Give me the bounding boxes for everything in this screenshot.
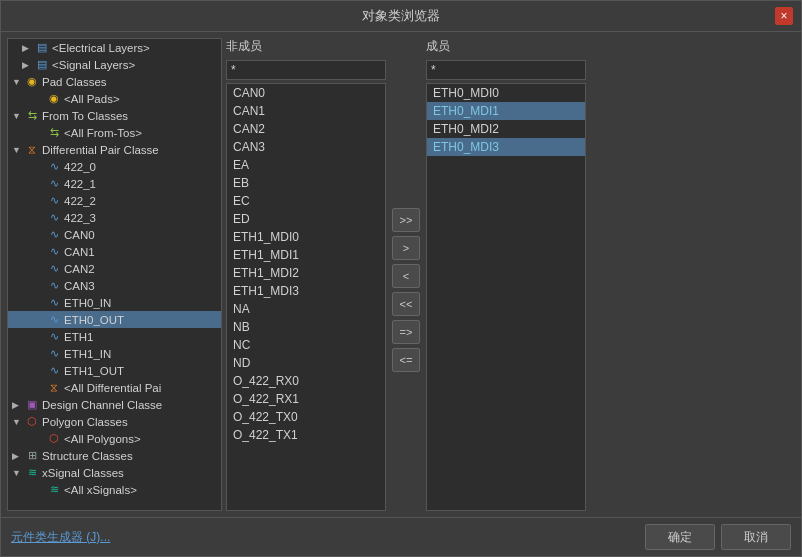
net-icon: ∿ xyxy=(47,364,61,377)
tree-item-label: Polygon Classes xyxy=(42,416,128,428)
non-member-filter[interactable] xyxy=(226,60,386,80)
footer-left: 元件类生成器 (J)... xyxy=(11,529,110,546)
tree-item[interactable]: ∿ETH1_IN xyxy=(8,345,221,362)
tree-arrow-icon: ▶ xyxy=(12,451,22,461)
non-member-list-item[interactable]: CAN3 xyxy=(227,138,385,156)
non-member-list-item[interactable]: O_422_RX1 xyxy=(227,390,385,408)
tree-item[interactable]: ∿CAN2 xyxy=(8,260,221,277)
layers-icon: ▤ xyxy=(35,41,49,54)
non-member-list-item[interactable]: ED xyxy=(227,210,385,228)
tree-item[interactable]: ∿CAN1 xyxy=(8,243,221,260)
title-bar: 对象类浏览器 × xyxy=(1,1,801,32)
non-member-list-item[interactable]: ND xyxy=(227,354,385,372)
tree-item[interactable]: ▼≋xSignal Classes xyxy=(8,464,221,481)
non-member-list-item[interactable]: ETH1_MDI3 xyxy=(227,282,385,300)
fromto-icon: ⇆ xyxy=(47,126,61,139)
non-member-list-item[interactable]: EA xyxy=(227,156,385,174)
xsignal-icon: ≋ xyxy=(25,466,39,479)
net-icon: ∿ xyxy=(47,177,61,190)
non-member-list-item[interactable]: O_422_TX0 xyxy=(227,408,385,426)
component-generator-link[interactable]: 元件类生成器 (J)... xyxy=(11,529,110,546)
tree-item[interactable]: ∿ETH1_OUT xyxy=(8,362,221,379)
member-list-item[interactable]: ETH0_MDI2 xyxy=(427,120,585,138)
tree-item[interactable]: ∿CAN0 xyxy=(8,226,221,243)
tree-item-label: CAN1 xyxy=(64,246,95,258)
net-icon: ∿ xyxy=(47,296,61,309)
tree-item[interactable]: ▶▣Design Channel Classe xyxy=(8,396,221,413)
tree-arrow-icon: ▼ xyxy=(12,145,22,155)
tree-item[interactable]: ≋<All xSignals> xyxy=(8,481,221,498)
design-icon: ▣ xyxy=(25,398,39,411)
non-member-list-item[interactable]: CAN2 xyxy=(227,120,385,138)
dialog-body: ▶▤<Electrical Layers>▶▤<Signal Layers>▼◉… xyxy=(1,32,801,517)
tree-item[interactable]: ⬡<All Polygons> xyxy=(8,430,221,447)
net-icon: ∿ xyxy=(47,330,61,343)
non-member-list-item[interactable]: O_422_RX0 xyxy=(227,372,385,390)
non-member-list-item[interactable]: ETH1_MDI2 xyxy=(227,264,385,282)
tree-item[interactable]: ∿ETH0_OUT xyxy=(8,311,221,328)
transfer-btn-[interactable]: < xyxy=(392,264,420,288)
tree-item[interactable]: ∿CAN3 xyxy=(8,277,221,294)
diffpair-icon: ⧖ xyxy=(25,143,39,156)
tree-item[interactable]: ▼◉Pad Classes xyxy=(8,73,221,90)
tree-item-label: 422_3 xyxy=(64,212,96,224)
member-list-item[interactable]: ETH0_MDI3 xyxy=(427,138,585,156)
transfer-btn-[interactable]: >> xyxy=(392,208,420,232)
member-list: ETH0_MDI0ETH0_MDI1ETH0_MDI2ETH0_MDI3 xyxy=(426,83,586,511)
tree-item[interactable]: ▼⧖Differential Pair Classe xyxy=(8,141,221,158)
tree-item[interactable]: ∿ETH1 xyxy=(8,328,221,345)
tree-item[interactable]: ∿ETH0_IN xyxy=(8,294,221,311)
non-member-list-item[interactable]: EB xyxy=(227,174,385,192)
tree-item[interactable]: ∿422_0 xyxy=(8,158,221,175)
net-icon: ∿ xyxy=(47,160,61,173)
tree-item[interactable]: ▶▤<Signal Layers> xyxy=(8,56,221,73)
tree-item[interactable]: ∿422_3 xyxy=(8,209,221,226)
tree-item[interactable]: ∿422_1 xyxy=(8,175,221,192)
tree-item-label: Design Channel Classe xyxy=(42,399,162,411)
tree-item-label: <All Polygons> xyxy=(64,433,141,445)
tree-item-label: ETH1 xyxy=(64,331,93,343)
member-filter[interactable] xyxy=(426,60,586,80)
non-member-section: 非成员 CAN0CAN1CAN2CAN3EAEBECEDETH1_MDI0ETH… xyxy=(226,38,386,511)
net-icon: ∿ xyxy=(47,279,61,292)
member-list-item[interactable]: ETH0_MDI0 xyxy=(427,84,585,102)
member-list-item[interactable]: ETH0_MDI1 xyxy=(427,102,585,120)
tree-panel: ▶▤<Electrical Layers>▶▤<Signal Layers>▼◉… xyxy=(7,38,222,511)
non-member-list-item[interactable]: CAN1 xyxy=(227,102,385,120)
non-member-list-item[interactable]: O_422_TX1 xyxy=(227,426,385,444)
tree-item[interactable]: ∿422_2 xyxy=(8,192,221,209)
tree-item[interactable]: ▶⊞Structure Classes xyxy=(8,447,221,464)
confirm-button[interactable]: 确定 xyxy=(645,524,715,550)
tree-item[interactable]: ⧖<All Differential Pai xyxy=(8,379,221,396)
polygon-icon: ⬡ xyxy=(47,432,61,445)
tree-item-label: 422_2 xyxy=(64,195,96,207)
non-member-list-item[interactable]: NC xyxy=(227,336,385,354)
tree-item[interactable]: ▼⇆From To Classes xyxy=(8,107,221,124)
tree-item[interactable]: ▶▤<Electrical Layers> xyxy=(8,39,221,56)
transfer-btn-[interactable]: => xyxy=(392,320,420,344)
non-member-label: 非成员 xyxy=(226,38,386,55)
footer-buttons: 确定 取消 xyxy=(645,524,791,550)
tree-item[interactable]: ▼⬡Polygon Classes xyxy=(8,413,221,430)
non-member-list-item[interactable]: ETH1_MDI1 xyxy=(227,246,385,264)
tree-item[interactable]: ◉<All Pads> xyxy=(8,90,221,107)
tree-item-label: From To Classes xyxy=(42,110,128,122)
tree-item-label: xSignal Classes xyxy=(42,467,124,479)
tree-arrow-icon: ▼ xyxy=(12,111,22,121)
dialog-footer: 元件类生成器 (J)... 确定 取消 xyxy=(1,517,801,556)
non-member-list-item[interactable]: ETH1_MDI0 xyxy=(227,228,385,246)
member-label: 成员 xyxy=(426,38,586,55)
non-member-list-item[interactable]: NA xyxy=(227,300,385,318)
non-member-list-item[interactable]: EC xyxy=(227,192,385,210)
tree-item-label: Pad Classes xyxy=(42,76,107,88)
transfer-btn-[interactable]: > xyxy=(392,236,420,260)
cancel-button[interactable]: 取消 xyxy=(721,524,791,550)
tree-item-label: CAN2 xyxy=(64,263,95,275)
dialog: 对象类浏览器 × ▶▤<Electrical Layers>▶▤<Signal … xyxy=(0,0,802,557)
non-member-list-item[interactable]: NB xyxy=(227,318,385,336)
transfer-btn-[interactable]: << xyxy=(392,292,420,316)
tree-item[interactable]: ⇆<All From-Tos> xyxy=(8,124,221,141)
non-member-list-item[interactable]: CAN0 xyxy=(227,84,385,102)
transfer-btn-[interactable]: <= xyxy=(392,348,420,372)
close-button[interactable]: × xyxy=(775,7,793,25)
